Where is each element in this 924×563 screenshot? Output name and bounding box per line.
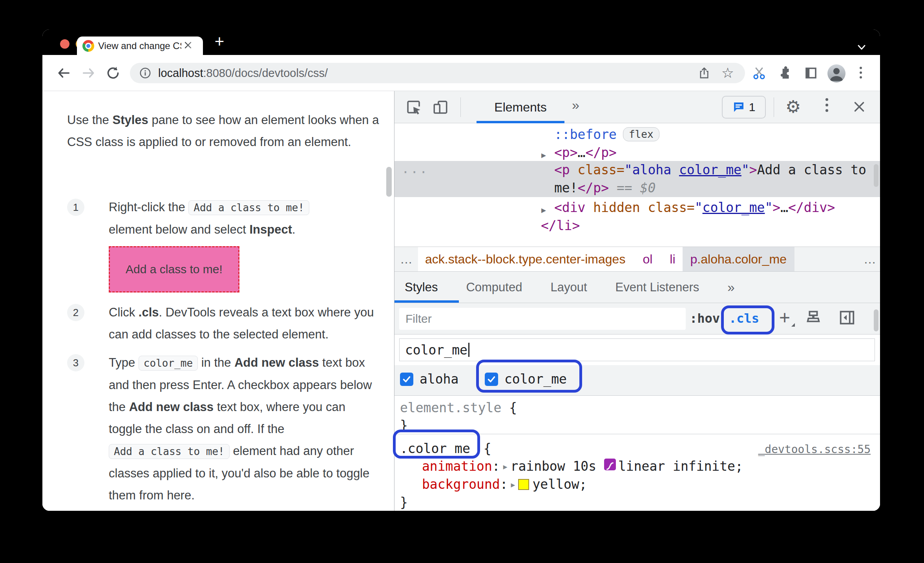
tab-title: View and change CSS - Chrome	[98, 40, 181, 51]
url-text: localhost:8080/docs/devtools/css/	[158, 67, 328, 80]
site-info-icon[interactable]	[139, 66, 152, 80]
stylesheet-source-link[interactable]: _devtools.scss:55	[758, 441, 871, 458]
node-overflow-dots[interactable]: ...	[402, 161, 429, 176]
close-devtools-icon[interactable]	[852, 100, 869, 116]
breadcrumb-overflow-right[interactable]: …	[864, 252, 876, 267]
back-button[interactable]	[56, 65, 71, 81]
step-2-number: 2	[67, 304, 84, 321]
bookmark-star-icon[interactable]: ☆	[720, 65, 736, 81]
breadcrumb-selected[interactable]: p.aloha.color_me	[683, 247, 794, 271]
toggle-hover-state-button[interactable]: :hov	[690, 311, 720, 326]
color-me-rule[interactable]: _devtools.scss:55 .color_me{ animation:▶…	[394, 434, 880, 511]
share-icon[interactable]	[696, 65, 712, 81]
add-class-demo-box[interactable]: Add a class to me!	[109, 246, 239, 292]
dom-scrollbar-thumb[interactable]	[874, 164, 878, 187]
styles-filter-input[interactable]	[399, 308, 686, 330]
step-3-text: Type color_me in the Add new class text …	[109, 352, 377, 506]
expand-value-arrow[interactable]: ▶	[511, 481, 515, 489]
scissors-extension-icon[interactable]	[751, 65, 767, 81]
tab-event-listeners[interactable]: Event Listeners	[615, 280, 699, 294]
more-style-tabs-chevron[interactable]: »	[727, 280, 734, 295]
styles-scrollbar-thumb[interactable]	[874, 309, 878, 331]
inline-code-color-me: color_me	[139, 356, 198, 371]
expand-value-arrow[interactable]: ▶	[503, 462, 508, 471]
styles-tab-bar: Styles Computed Layout Event Listeners »	[394, 272, 880, 303]
step-2: 2 Click .cls. DevTools reveals a text bo…	[67, 302, 377, 345]
inspect-element-icon[interactable]	[405, 99, 422, 115]
declaration-background[interactable]: background:▶yellow;	[400, 475, 880, 494]
tab-window-icon[interactable]	[803, 65, 819, 81]
checkbox-checked-icon[interactable]	[400, 373, 413, 386]
chrome-favicon-icon	[82, 40, 94, 52]
class-toggles-row: aloha color_me	[394, 365, 880, 396]
reload-button[interactable]	[105, 65, 121, 81]
class-toggle-aloha[interactable]: aloha	[400, 371, 458, 387]
breadcrumb-ol[interactable]: ol	[643, 252, 652, 267]
browser-menu-icon[interactable]	[860, 67, 862, 79]
message-icon	[732, 101, 745, 113]
text-caret	[468, 343, 469, 357]
add-new-class-input[interactable]: color_me	[399, 338, 875, 361]
browser-toolbar: localhost:8080/docs/devtools/css/ ☆	[42, 55, 880, 91]
color-swatch-yellow[interactable]	[518, 479, 529, 490]
tab-styles[interactable]: Styles	[405, 280, 438, 294]
breadcrumb-stack-block[interactable]: ack.stack--block.type.center-images	[425, 252, 625, 267]
step-3-number: 3	[67, 354, 84, 371]
step-3: 3 Type color_me in the Add new class tex…	[67, 352, 377, 506]
dom-node-before[interactable]: ::beforeflex	[394, 126, 880, 144]
content-area: Use the Styles pane to see how an elemen…	[42, 91, 880, 511]
tab-layout[interactable]: Layout	[550, 280, 587, 294]
tab-computed[interactable]: Computed	[466, 280, 522, 294]
dom-tree: ::beforeflex ▶ <p>…</p> ... <p class="al…	[394, 123, 880, 247]
element-style-rule[interactable]: element.style { }	[394, 396, 880, 434]
tab-search-chevron-icon[interactable]	[855, 44, 868, 54]
docs-page: Use the Styles pane to see how an elemen…	[42, 91, 394, 511]
devtools-toolbar: Elements » 1 ⚙	[394, 91, 880, 123]
step-2-text: Click .cls. DevTools reveals a text box …	[109, 302, 377, 345]
checkbox-checked-icon[interactable]	[485, 373, 498, 386]
class-toggle-color-me[interactable]: color_me	[485, 371, 567, 387]
intro-paragraph: Use the Styles pane to see how an elemen…	[67, 109, 381, 153]
more-panels-chevron[interactable]: »	[572, 97, 579, 113]
breadcrumb-li[interactable]: li	[670, 252, 675, 267]
browser-window: View and change CSS - Chrome + localhost…	[42, 29, 880, 511]
tab-elements[interactable]: Elements	[477, 91, 564, 123]
new-tab-button[interactable]: +	[210, 33, 228, 51]
flex-badge[interactable]: flex	[623, 127, 659, 141]
devtools-menu-icon[interactable]	[825, 98, 828, 112]
close-window-button[interactable]	[60, 39, 69, 49]
dom-node-p-collapsed[interactable]: ▶ <p>…</p>	[394, 144, 880, 162]
toggle-sidebar-icon[interactable]	[838, 309, 856, 328]
browser-tab[interactable]: View and change CSS - Chrome	[77, 37, 203, 55]
device-toolbar-icon[interactable]	[432, 99, 449, 115]
bezier-editor-icon[interactable]	[604, 459, 616, 470]
tab-strip: View and change CSS - Chrome +	[42, 29, 880, 55]
new-style-rule-button[interactable]: +	[774, 306, 796, 328]
profile-avatar[interactable]	[827, 64, 845, 82]
dom-node-selected[interactable]: ... <p class="aloha color_me">Add a clas…	[394, 161, 880, 197]
settings-gear-icon[interactable]: ⚙	[785, 95, 801, 119]
rendering-emulation-icon[interactable]	[804, 309, 822, 328]
styles-pane: color_me aloha color_me	[394, 335, 880, 511]
step-1-text: Right-click the Add a class to me!elemen…	[109, 196, 377, 241]
dom-node-div-hidden[interactable]: ▶ <div hidden class="color_me">…</div>	[394, 199, 880, 217]
styles-filter-bar: :hov .cls +	[394, 303, 880, 335]
declaration-animation[interactable]: animation:▶rainbow 10s linear infinite;	[400, 457, 880, 475]
dom-breadcrumbs: … ack.stack--block.type.center-images ol…	[394, 247, 880, 272]
step-1-number: 1	[67, 199, 84, 216]
page-scrollbar-thumb[interactable]	[386, 167, 392, 197]
dom-node-li-close[interactable]: </li>	[394, 217, 880, 235]
inline-code-add-a-class: Add a class to me!	[188, 200, 309, 215]
extensions-puzzle-icon[interactable]	[777, 65, 793, 81]
rule-selector[interactable]: .color_me	[400, 441, 470, 456]
issues-counter-button[interactable]: 1	[722, 96, 766, 119]
address-bar[interactable]: localhost:8080/docs/devtools/css/	[130, 63, 745, 83]
devtools-panel: Elements » 1 ⚙ ::beforeflex	[394, 91, 880, 511]
forward-button[interactable]	[81, 65, 97, 81]
breadcrumb-overflow-left[interactable]: …	[394, 247, 418, 271]
step-1: 1 Right-click the Add a class to me!elem…	[67, 196, 377, 292]
toggle-element-classes-button[interactable]: .cls	[729, 311, 759, 326]
inline-code-add-a-class-2: Add a class to me!	[109, 444, 230, 459]
